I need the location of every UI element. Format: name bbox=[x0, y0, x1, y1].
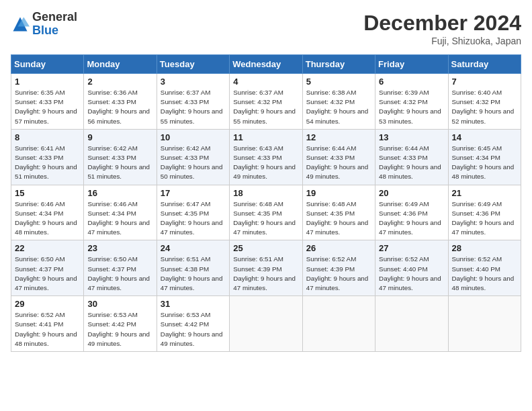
day-number: 14 bbox=[452, 132, 517, 142]
day-info: Sunrise: 6:38 AM Sunset: 4:32 PM Dayligh… bbox=[306, 88, 371, 126]
day-number: 26 bbox=[306, 243, 371, 253]
day-info: Sunrise: 6:50 AM Sunset: 4:37 PM Dayligh… bbox=[87, 255, 152, 293]
calendar-day-cell: 28 Sunrise: 6:52 AM Sunset: 4:40 PM Dayl… bbox=[448, 240, 521, 296]
calendar-day-cell: 2 Sunrise: 6:36 AM Sunset: 4:33 PM Dayli… bbox=[84, 74, 157, 130]
calendar-day-cell: 18 Sunrise: 6:48 AM Sunset: 4:35 PM Dayl… bbox=[230, 185, 302, 240]
day-info: Sunrise: 6:52 AM Sunset: 4:39 PM Dayligh… bbox=[306, 255, 371, 293]
day-number: 21 bbox=[452, 188, 517, 198]
day-number: 17 bbox=[161, 188, 226, 198]
day-info: Sunrise: 6:39 AM Sunset: 4:32 PM Dayligh… bbox=[379, 88, 444, 126]
calendar-table: SundayMondayTuesdayWednesdayThursdayFrid… bbox=[11, 54, 521, 352]
day-number: 24 bbox=[161, 243, 226, 253]
day-info: Sunrise: 6:44 AM Sunset: 4:33 PM Dayligh… bbox=[379, 144, 444, 182]
calendar-day-cell: 14 Sunrise: 6:45 AM Sunset: 4:34 PM Dayl… bbox=[448, 129, 521, 185]
day-number: 9 bbox=[87, 132, 152, 142]
day-number: 28 bbox=[452, 243, 517, 253]
day-number: 5 bbox=[306, 77, 371, 87]
day-number: 6 bbox=[379, 77, 444, 87]
calendar-day-cell: 24 Sunrise: 6:51 AM Sunset: 4:38 PM Dayl… bbox=[157, 240, 229, 296]
day-info: Sunrise: 6:44 AM Sunset: 4:33 PM Dayligh… bbox=[306, 144, 371, 182]
day-number: 2 bbox=[87, 77, 152, 87]
calendar-week-row: 8 Sunrise: 6:41 AM Sunset: 4:33 PM Dayli… bbox=[11, 129, 521, 185]
title-block: December 2024 Fuji, Shizuoka, Japan bbox=[363, 11, 521, 46]
calendar-week-row: 22 Sunrise: 6:50 AM Sunset: 4:37 PM Dayl… bbox=[11, 240, 521, 296]
day-number: 13 bbox=[379, 132, 444, 142]
day-info: Sunrise: 6:35 AM Sunset: 4:33 PM Dayligh… bbox=[15, 88, 80, 126]
day-of-week-header: Friday bbox=[375, 55, 448, 74]
day-info: Sunrise: 6:53 AM Sunset: 4:42 PM Dayligh… bbox=[161, 310, 226, 349]
day-number: 27 bbox=[379, 243, 444, 253]
calendar-day-cell: 20 Sunrise: 6:49 AM Sunset: 4:36 PM Dayl… bbox=[375, 185, 448, 240]
day-info: Sunrise: 6:49 AM Sunset: 4:36 PM Dayligh… bbox=[452, 199, 517, 238]
day-info: Sunrise: 6:37 AM Sunset: 4:33 PM Dayligh… bbox=[161, 88, 226, 126]
day-number: 12 bbox=[306, 132, 371, 142]
calendar-day-cell: 30 Sunrise: 6:53 AM Sunset: 4:42 PM Dayl… bbox=[84, 296, 157, 352]
logo-icon bbox=[11, 15, 30, 34]
day-of-week-header: Thursday bbox=[302, 55, 375, 74]
calendar-week-row: 1 Sunrise: 6:35 AM Sunset: 4:33 PM Dayli… bbox=[11, 74, 521, 130]
day-number: 1 bbox=[15, 77, 80, 87]
calendar-week-row: 15 Sunrise: 6:46 AM Sunset: 4:34 PM Dayl… bbox=[11, 185, 521, 240]
day-info: Sunrise: 6:46 AM Sunset: 4:34 PM Dayligh… bbox=[15, 199, 80, 238]
calendar-day-cell: 1 Sunrise: 6:35 AM Sunset: 4:33 PM Dayli… bbox=[11, 74, 84, 130]
day-info: Sunrise: 6:51 AM Sunset: 4:39 PM Dayligh… bbox=[233, 255, 298, 293]
calendar-header-row: SundayMondayTuesdayWednesdayThursdayFrid… bbox=[11, 55, 521, 74]
calendar-day-cell: 13 Sunrise: 6:44 AM Sunset: 4:33 PM Dayl… bbox=[375, 129, 448, 185]
day-number: 16 bbox=[87, 188, 152, 198]
calendar-day-cell: 22 Sunrise: 6:50 AM Sunset: 4:37 PM Dayl… bbox=[11, 240, 84, 296]
day-info: Sunrise: 6:41 AM Sunset: 4:33 PM Dayligh… bbox=[15, 144, 80, 182]
day-number: 18 bbox=[233, 188, 298, 198]
day-info: Sunrise: 6:52 AM Sunset: 4:40 PM Dayligh… bbox=[452, 255, 517, 293]
calendar-day-cell: 29 Sunrise: 6:52 AM Sunset: 4:41 PM Dayl… bbox=[11, 296, 84, 352]
calendar-day-cell: 9 Sunrise: 6:42 AM Sunset: 4:33 PM Dayli… bbox=[84, 129, 157, 185]
day-info: Sunrise: 6:53 AM Sunset: 4:42 PM Dayligh… bbox=[87, 310, 152, 349]
day-of-week-header: Wednesday bbox=[230, 55, 302, 74]
day-number: 22 bbox=[15, 243, 80, 253]
day-number: 7 bbox=[452, 77, 517, 87]
logo: GeneralBlue bbox=[11, 11, 77, 38]
day-of-week-header: Sunday bbox=[11, 55, 84, 74]
day-number: 8 bbox=[15, 132, 80, 142]
calendar-day-cell: 6 Sunrise: 6:39 AM Sunset: 4:32 PM Dayli… bbox=[375, 74, 448, 130]
day-info: Sunrise: 6:42 AM Sunset: 4:33 PM Dayligh… bbox=[161, 144, 226, 182]
day-number: 19 bbox=[306, 188, 371, 198]
day-number: 23 bbox=[87, 243, 152, 253]
day-info: Sunrise: 6:50 AM Sunset: 4:37 PM Dayligh… bbox=[15, 255, 80, 293]
calendar-day-cell: 17 Sunrise: 6:47 AM Sunset: 4:35 PM Dayl… bbox=[157, 185, 229, 240]
day-number: 31 bbox=[161, 299, 226, 309]
calendar-day-cell: 16 Sunrise: 6:46 AM Sunset: 4:34 PM Dayl… bbox=[84, 185, 157, 240]
day-of-week-header: Monday bbox=[84, 55, 157, 74]
calendar-day-cell: 31 Sunrise: 6:53 AM Sunset: 4:42 PM Dayl… bbox=[157, 296, 229, 352]
calendar-day-cell: 10 Sunrise: 6:42 AM Sunset: 4:33 PM Dayl… bbox=[157, 129, 229, 185]
day-of-week-header: Tuesday bbox=[157, 55, 229, 74]
calendar-day-cell: 12 Sunrise: 6:44 AM Sunset: 4:33 PM Dayl… bbox=[302, 129, 375, 185]
day-info: Sunrise: 6:42 AM Sunset: 4:33 PM Dayligh… bbox=[87, 144, 152, 182]
day-info: Sunrise: 6:46 AM Sunset: 4:34 PM Dayligh… bbox=[87, 199, 152, 238]
calendar-day-cell bbox=[230, 296, 302, 352]
day-info: Sunrise: 6:48 AM Sunset: 4:35 PM Dayligh… bbox=[233, 199, 298, 238]
calendar-day-cell: 27 Sunrise: 6:52 AM Sunset: 4:40 PM Dayl… bbox=[375, 240, 448, 296]
calendar-day-cell bbox=[448, 296, 521, 352]
day-number: 4 bbox=[233, 77, 298, 87]
day-info: Sunrise: 6:36 AM Sunset: 4:33 PM Dayligh… bbox=[87, 88, 152, 126]
calendar-day-cell: 26 Sunrise: 6:52 AM Sunset: 4:39 PM Dayl… bbox=[302, 240, 375, 296]
calendar-week-row: 29 Sunrise: 6:52 AM Sunset: 4:41 PM Dayl… bbox=[11, 296, 521, 352]
calendar-day-cell: 4 Sunrise: 6:37 AM Sunset: 4:32 PM Dayli… bbox=[230, 74, 302, 130]
day-info: Sunrise: 6:52 AM Sunset: 4:41 PM Dayligh… bbox=[15, 310, 80, 349]
day-info: Sunrise: 6:37 AM Sunset: 4:32 PM Dayligh… bbox=[233, 88, 298, 126]
day-number: 20 bbox=[379, 188, 444, 198]
calendar-day-cell: 3 Sunrise: 6:37 AM Sunset: 4:33 PM Dayli… bbox=[157, 74, 229, 130]
page-header: GeneralBlue December 2024 Fuji, Shizuoka… bbox=[11, 11, 521, 46]
day-info: Sunrise: 6:52 AM Sunset: 4:40 PM Dayligh… bbox=[379, 255, 444, 293]
day-info: Sunrise: 6:49 AM Sunset: 4:36 PM Dayligh… bbox=[379, 199, 444, 238]
logo-text: GeneralBlue bbox=[32, 11, 77, 38]
calendar-day-cell: 19 Sunrise: 6:48 AM Sunset: 4:35 PM Dayl… bbox=[302, 185, 375, 240]
day-number: 11 bbox=[233, 132, 298, 142]
month-title: December 2024 bbox=[363, 11, 521, 36]
calendar-day-cell: 11 Sunrise: 6:43 AM Sunset: 4:33 PM Dayl… bbox=[230, 129, 302, 185]
calendar-day-cell: 8 Sunrise: 6:41 AM Sunset: 4:33 PM Dayli… bbox=[11, 129, 84, 185]
day-number: 30 bbox=[87, 299, 152, 309]
day-of-week-header: Saturday bbox=[448, 55, 521, 74]
calendar-day-cell: 15 Sunrise: 6:46 AM Sunset: 4:34 PM Dayl… bbox=[11, 185, 84, 240]
calendar-day-cell: 25 Sunrise: 6:51 AM Sunset: 4:39 PM Dayl… bbox=[230, 240, 302, 296]
